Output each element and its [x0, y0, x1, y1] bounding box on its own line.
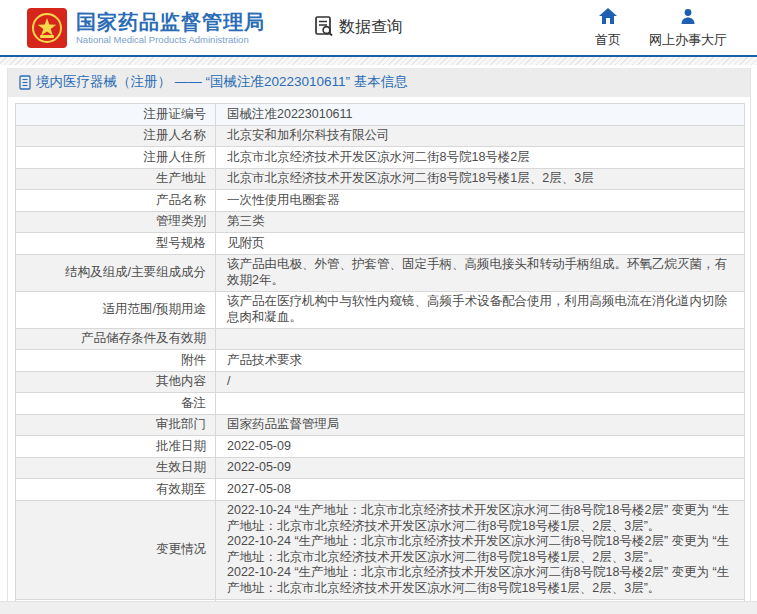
- table-row: 生效日期2022-05-09: [16, 457, 745, 479]
- breadcrumb: 境内医疗器械（注册） —— “国械注准20223010611” 基本信息: [8, 68, 750, 97]
- table-row: 注册人住所北京市北京经济技术开发区凉水河二街8号院18号楼2层: [16, 147, 745, 169]
- table-row: 注册证编号国械注准20223010611: [16, 104, 745, 126]
- row-value: 北京市北京经济技术开发区凉水河二街8号院18号楼2层: [216, 147, 745, 169]
- row-label: 产品储存条件及有效期: [16, 328, 216, 350]
- row-label: 批准日期: [16, 436, 216, 458]
- row-label: 注册证编号: [16, 104, 216, 126]
- national-emblem-icon: [27, 8, 67, 48]
- table-row: 有效期至2027-05-08: [16, 479, 745, 501]
- row-label: 备注: [16, 393, 216, 415]
- row-value: 北京市北京经济技术开发区凉水河二街8号院18号楼1层、2层、3层: [216, 168, 745, 190]
- site-subtitle: National Medical Products Administration: [76, 34, 265, 45]
- nav-service-hall[interactable]: 网上办事大厅: [649, 8, 727, 49]
- nav-home-label: 首页: [595, 31, 621, 49]
- row-label: 变更情况: [16, 500, 216, 599]
- row-label: 生效日期: [16, 457, 216, 479]
- home-icon: [599, 8, 617, 28]
- row-label: 注册人名称: [16, 125, 216, 147]
- row-label: 结构及组成/主要组成成分: [16, 254, 216, 291]
- row-value: 该产品由电极、外管、护套管、固定手柄、高频电接头和转动手柄组成。环氧乙烷灭菌，有…: [216, 254, 745, 291]
- row-label: 审批部门: [16, 414, 216, 436]
- row-value: 北京安和加利尔科技有限公司: [216, 125, 745, 147]
- row-value: 2022-05-09: [216, 436, 745, 458]
- row-label: 产品名称: [16, 190, 216, 212]
- table-row: 变更情况2022-10-24 “生产地址：北京市北京经济技术开发区凉水河二街8号…: [16, 500, 745, 599]
- table-row: 审批部门国家药品监督管理局: [16, 414, 745, 436]
- row-value: 该产品在医疗机构中与软性内窥镜、高频手术设备配合使用，利用高频电流在消化道内切除…: [216, 291, 745, 328]
- row-label: 其他内容: [16, 371, 216, 393]
- row-label: 有效期至: [16, 479, 216, 501]
- row-value: 产品技术要求: [216, 350, 745, 372]
- document-search-icon: [313, 15, 339, 41]
- row-value: 2027-05-08: [216, 479, 745, 501]
- row-value: 国家药品监督管理局: [216, 414, 745, 436]
- table-row: 附件产品技术要求: [16, 350, 745, 372]
- row-value: 2022-10-24 “生产地址：北京市北京经济技术开发区凉水河二街8号院18号…: [216, 500, 745, 599]
- data-query-label: 数据查询: [339, 17, 403, 38]
- page: 国家药品监督管理局 National Medical Products Admi…: [0, 0, 757, 614]
- table-row: 管理类别第三类: [16, 211, 745, 233]
- row-value: 第三类: [216, 211, 745, 233]
- hatch-strip: [0, 57, 757, 65]
- table-row: 备注: [16, 393, 745, 415]
- table-row: 产品名称一次性使用电圈套器: [16, 190, 745, 212]
- table-row: 型号规格见附页: [16, 233, 745, 255]
- row-label: 适用范围/预期用途: [16, 291, 216, 328]
- row-label: 管理类别: [16, 211, 216, 233]
- table-row: 产品储存条件及有效期: [16, 328, 745, 350]
- data-query-nav[interactable]: 数据查询: [313, 15, 403, 41]
- row-value: [216, 393, 745, 415]
- site-header: 国家药品监督管理局 National Medical Products Admi…: [0, 0, 757, 57]
- table-row: 结构及组成/主要组成成分该产品由电极、外管、护套管、固定手柄、高频电接头和转动手…: [16, 254, 745, 291]
- nav-home[interactable]: 首页: [595, 8, 621, 49]
- table-row: 适用范围/预期用途该产品在医疗机构中与软性内窥镜、高频手术设备配合使用，利用高频…: [16, 291, 745, 328]
- row-value: 见附页: [216, 233, 745, 255]
- row-value: 国械注准20223010611: [216, 104, 745, 126]
- row-label: 型号规格: [16, 233, 216, 255]
- registration-info-table: 注册证编号国械注准20223010611注册人名称北京安和加利尔科技有限公司注册…: [15, 103, 745, 614]
- row-label: 注册人住所: [16, 147, 216, 169]
- table-row: 其他内容/: [16, 371, 745, 393]
- site-title-block: 国家药品监督管理局 National Medical Products Admi…: [76, 11, 265, 45]
- table-row: 批准日期2022-05-09: [16, 436, 745, 458]
- page-icon: [18, 75, 32, 90]
- nav-service-hall-label: 网上办事大厅: [649, 31, 727, 49]
- table-row: 生产地址北京市北京经济技术开发区凉水河二街8号院18号楼1层、2层、3层: [16, 168, 745, 190]
- row-value: [216, 328, 745, 350]
- footer-band: [0, 601, 757, 614]
- content-panel: 境内医疗器械（注册） —— “国械注准20223010611” 基本信息 注册证…: [7, 68, 751, 614]
- site-title: 国家药品监督管理局: [76, 11, 265, 33]
- row-label: 附件: [16, 350, 216, 372]
- table-row: 注册人名称北京安和加利尔科技有限公司: [16, 125, 745, 147]
- row-value: 2022-05-09: [216, 457, 745, 479]
- row-value: 一次性使用电圈套器: [216, 190, 745, 212]
- top-nav: 首页 网上办事大厅: [595, 8, 727, 49]
- site-logo[interactable]: 国家药品监督管理局 National Medical Products Admi…: [27, 8, 265, 48]
- row-label: 生产地址: [16, 168, 216, 190]
- row-value: /: [216, 371, 745, 393]
- info-table-body: 注册证编号国械注准20223010611注册人名称北京安和加利尔科技有限公司注册…: [16, 104, 745, 614]
- user-icon: [680, 8, 696, 28]
- breadcrumb-text: 境内医疗器械（注册） —— “国械注准20223010611” 基本信息: [36, 73, 408, 91]
